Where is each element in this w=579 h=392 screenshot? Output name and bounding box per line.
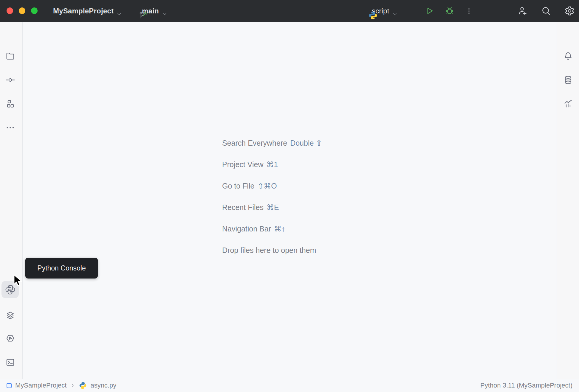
services-icon [5, 310, 15, 320]
interpreter-status[interactable]: Python 3.11 (MySampleProject) [480, 382, 572, 389]
python-console-tooltip: Python Console [25, 258, 98, 279]
hint-project-view: Project View⌘1 [222, 154, 322, 175]
sidebar-item-run-anything[interactable] [1, 329, 19, 347]
tooltip-text: Python Console [37, 264, 86, 272]
sidebar-item-commit[interactable] [1, 71, 19, 88]
structure-icon [5, 99, 15, 109]
sidebar-item-more[interactable] [1, 119, 19, 136]
database-icon [563, 75, 573, 85]
status-bar: MySampleProject async.py Python 3.11 (My… [0, 379, 579, 392]
editor-empty-state: Search EverywhereDouble ⇧ Project View⌘1… [23, 22, 557, 379]
shortcut-hints: Search EverywhereDouble ⇧ Project View⌘1… [222, 132, 322, 261]
close-window-button[interactable] [7, 7, 13, 14]
commit-icon [5, 75, 15, 85]
breadcrumb-project[interactable]: MySampleProject [15, 382, 66, 389]
breadcrumb-file[interactable]: async.py [90, 382, 116, 389]
sidebar-item-project[interactable] [1, 47, 19, 65]
sidebar-item-services[interactable] [1, 307, 19, 324]
right-tool-window-bar [557, 22, 579, 379]
search-icon[interactable] [541, 0, 551, 22]
hint-navigation-bar: Navigation Bar⌘↑ [222, 218, 322, 239]
chart-icon [563, 99, 573, 109]
hint-recent-files: Recent Files⌘E [222, 197, 322, 218]
module-icon [7, 383, 12, 388]
project-name: MySampleProject [53, 7, 114, 15]
terminal-icon [5, 357, 15, 367]
mouse-cursor [13, 274, 23, 288]
sidebar-item-chart[interactable] [559, 95, 577, 112]
add-user-icon[interactable] [517, 0, 528, 22]
folder-icon [5, 51, 15, 61]
run-button[interactable] [425, 0, 434, 22]
chevron-right-icon [70, 383, 75, 388]
kebab-menu-icon[interactable] [465, 0, 473, 22]
left-tool-window-bar [0, 22, 23, 379]
run-configuration-widget[interactable]: script [369, 0, 392, 22]
sidebar-item-terminal[interactable] [1, 354, 19, 371]
gear-icon[interactable] [564, 0, 575, 22]
breadcrumb: MySampleProject async.py [7, 382, 116, 389]
sidebar-item-database[interactable] [559, 71, 577, 88]
hint-drop-files: Drop files here to open them [222, 239, 322, 261]
sidebar-item-structure[interactable] [1, 95, 19, 112]
window-controls [7, 7, 42, 14]
run-anything-icon [5, 333, 15, 343]
hint-search-everywhere: Search EverywhereDouble ⇧ [222, 132, 322, 154]
title-bar: MySampleProject main script [0, 0, 579, 22]
hint-go-to-file: Go to File⇧⌘O [222, 175, 322, 197]
debug-button[interactable] [445, 0, 455, 22]
more-icon [5, 123, 15, 133]
minimize-window-button[interactable] [19, 7, 25, 14]
python-logo-icon [79, 382, 87, 389]
bell-icon [563, 51, 573, 61]
vcs-widget[interactable]: main [138, 0, 162, 22]
sidebar-item-notifications[interactable] [559, 47, 577, 65]
fullscreen-window-button[interactable] [31, 7, 38, 14]
project-widget[interactable]: MySampleProject [53, 0, 116, 22]
